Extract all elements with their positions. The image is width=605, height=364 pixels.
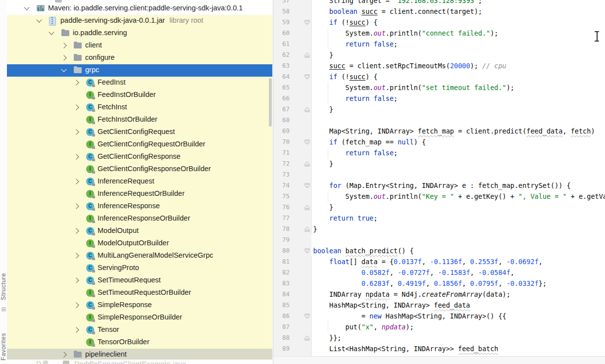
code-line-82[interactable]: 0.0582f, -0.0727f, -0.1583f, -0.0584f, — [297, 267, 514, 278]
chevron-down-icon[interactable] — [24, 4, 29, 10]
code-line-76[interactable]: } — [297, 202, 333, 213]
chevron-down-icon[interactable] — [49, 29, 54, 35]
code-line-84[interactable]: INDArray npdata = Nd4j.createFromArray(d… — [297, 289, 510, 300]
tree-row-simpleresponse[interactable]: CSimpleResponse — [7, 299, 272, 312]
code-line-72[interactable]: } — [297, 158, 333, 169]
chevron-down-icon[interactable] — [61, 66, 66, 72]
chevron-right-icon[interactable] — [61, 352, 66, 357]
code-line-85[interactable]: HashMap<String, INDArray> feed_data — [297, 300, 470, 311]
code-line-87[interactable]: put("x", npdata); — [297, 321, 414, 332]
code-line-59[interactable]: if (!succ) { — [297, 17, 378, 28]
code-line-75[interactable]: System.out.println("Key = " + e.getKey()… — [297, 191, 605, 202]
chevron-right-icon[interactable] — [73, 277, 79, 283]
tree-row-grpc[interactable]: grpc — [7, 64, 272, 77]
code-line-78[interactable]: } — [297, 224, 317, 234]
chevron-right-icon[interactable] — [73, 80, 79, 85]
class-icon: C — [86, 227, 94, 235]
tree-row-inferenceresponseorbuilder[interactable]: IInferenceResponseOrBuilder — [7, 213, 272, 225]
tree-row-configure[interactable]: configure — [7, 52, 272, 64]
tree-row-settimeoutrequest[interactable]: CSetTimeoutRequest — [7, 274, 272, 287]
code-token: createFromArray — [422, 290, 482, 298]
chevron-down-icon[interactable] — [36, 17, 42, 22]
chevron-right-icon[interactable] — [73, 302, 79, 308]
chevron-right-icon[interactable] — [73, 203, 79, 209]
code-token: fetch_map — [418, 127, 454, 135]
tree-row-inferencerequestorbuilder[interactable]: IInferenceRequestOrBuilder — [7, 188, 272, 200]
code-line-64[interactable]: if (!succ) { — [297, 71, 378, 82]
line-number: 84 — [273, 289, 290, 300]
code-line-70[interactable]: if (fetch_map == null) { — [297, 136, 426, 147]
chevron-right-icon[interactable] — [61, 55, 66, 60]
chevron-right-icon[interactable] — [73, 179, 79, 184]
tree-row-modeloutputorbuilder[interactable]: IModelOutputOrBuilder — [7, 237, 272, 250]
code-token: List<HashMap<String, INDArray>> — [297, 345, 458, 353]
code-line-63[interactable]: succ = client.setRpcTimeoutMs(20000); //… — [297, 60, 506, 71]
code-token: , — [390, 269, 398, 276]
tree-row-getclientconfigrequestorbuilder[interactable]: IGetClientConfigRequestOrBuilder — [7, 138, 272, 151]
tree-row-inferenceresponse[interactable]: CInferenceResponse — [7, 200, 272, 213]
code-line-62[interactable]: } — [297, 49, 333, 60]
chevron-right-icon[interactable] — [73, 154, 79, 159]
line-number: 75 — [273, 191, 290, 202]
tree-row-client[interactable]: client — [7, 40, 272, 52]
chevron-right-icon[interactable] — [73, 104, 79, 110]
tree-row-fetchinstorbuilder[interactable]: IFetchInstOrBuilder — [7, 114, 272, 126]
code-line-88[interactable]: }}; — [297, 332, 341, 343]
tree-row-getclientconfigresponseorbuilder[interactable]: IGetClientConfigResponseOrBuilder — [7, 163, 272, 176]
toolwindow-tab-structure[interactable]: Structure — [0, 270, 7, 303]
code-token: } — [297, 203, 333, 211]
tree-row-multilanggeneralmodelservicegrpc[interactable]: CMultiLangGeneralModelServiceGrpc — [7, 250, 272, 262]
tree-row-feedinst[interactable]: CFeedInst — [7, 77, 272, 89]
code-line-81[interactable]: float[] data = {0.0137f, -0.1136f, 0.255… — [297, 256, 543, 267]
toolwindow-tab-favorites[interactable]: Favorites — [0, 329, 7, 364]
code-line-69[interactable]: Map<String, INDArray> fetch_map = client… — [297, 126, 595, 136]
code-token: (data); — [482, 290, 510, 298]
tree-row-modeloutput[interactable]: CModelOutput — [7, 225, 272, 237]
code-token: , — [430, 269, 438, 276]
tree-row-fetchinst[interactable]: CFetchInst — [7, 101, 272, 114]
code-token: [] — [350, 258, 361, 266]
code-line-80[interactable]: boolean batch_predict() { — [297, 245, 414, 256]
code-line-74[interactable]: for (Map.Entry<String, INDArray> e : fet… — [297, 180, 571, 191]
tree-row-servingproto[interactable]: CServingProto — [7, 262, 272, 274]
code-token: = client.predict( — [454, 127, 526, 135]
code-token: System. — [297, 192, 373, 200]
tree-row-inferencerequest[interactable]: CInferenceRequest — [7, 176, 272, 188]
code-line-60[interactable]: System.out.println("connect failed."); — [297, 28, 498, 39]
tree-row-tensororbuilder[interactable]: ITensorOrBuilder — [7, 336, 272, 349]
code-line-61[interactable]: return false; — [297, 39, 398, 49]
tree-row-getclientconfigrequest[interactable]: CGetClientConfigRequest — [7, 126, 272, 138]
chevron-right-icon[interactable] — [73, 129, 79, 135]
tree-scrollbar-thumb[interactable] — [269, 78, 272, 127]
interface-icon: I — [86, 338, 94, 346]
chevron-right-icon[interactable] — [61, 43, 66, 48]
tree-row-io-paddle-serving[interactable]: io.paddle.serving — [7, 27, 272, 40]
code-line-65[interactable]: System.out.println("set timeout failed."… — [297, 82, 514, 93]
code-token — [297, 94, 346, 102]
code-line-67[interactable]: } — [297, 104, 333, 115]
code-token: 0.0137f — [394, 258, 422, 266]
code-line-58[interactable]: boolean succ = client.connect(target); — [297, 6, 482, 17]
code-line-57[interactable]: String target = "192.168.63.128:9393"; — [297, 0, 482, 6]
tree-row-getclientconfigresponse[interactable]: CGetClientConfigResponse — [7, 151, 272, 163]
tree-row-settimeoutrequestorbuilder[interactable]: ISetTimeoutRequestOrBuilder — [7, 287, 272, 299]
tree-row-simpleresponseorbuilder[interactable]: ISimpleResponseOrBuilder — [7, 312, 272, 324]
chevron-right-icon[interactable] — [73, 327, 79, 332]
tree-row-paddle-serving-sdk-java-0-0-1-jar[interactable]: paddle-serving-sdk-java-0.0.1.jarlibrary… — [7, 15, 272, 27]
tree-row-tensor[interactable]: CTensor — [7, 324, 272, 336]
chevron-right-icon[interactable] — [73, 228, 79, 233]
code-line-77[interactable]: return true; — [297, 213, 378, 224]
code-line-89[interactable]: List<HashMap<String, INDArray>> feed_bat… — [297, 343, 498, 354]
tree-row-feedinstorbuilder[interactable]: IFeedInstOrBuilder — [7, 89, 272, 101]
code-line-66[interactable]: return false; — [297, 93, 398, 104]
code-line-86[interactable]: = new HashMap<String, INDArray>() {{ — [297, 311, 506, 321]
ide-window: Structure Favorites Maven: io.paddle.ser… — [0, 0, 605, 364]
chevron-right-icon[interactable] — [73, 253, 79, 258]
code-editor[interactable]: 5758596061626364656667686970717273747576… — [273, 0, 605, 364]
library-root-badge: library root — [169, 16, 203, 24]
line-number: 64 — [273, 71, 290, 82]
folder-icon — [74, 55, 82, 61]
code-line-71[interactable]: return false; — [297, 147, 398, 158]
tree-row-maven-io-paddle-serving-client-paddle-se[interactable]: Maven: io.paddle.serving.client:paddle-s… — [7, 2, 272, 15]
code-line-83[interactable]: 0.6283f, 0.4919f, 0.1856f, 0.0795f, -0.0… — [297, 278, 547, 289]
